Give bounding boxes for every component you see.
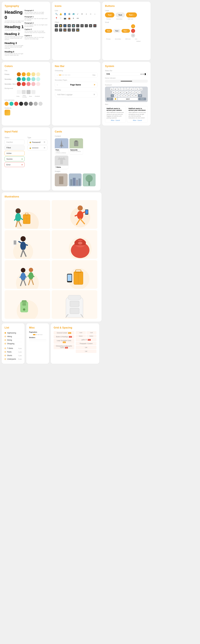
key-h[interactable]: h (129, 91, 132, 94)
dividers-label: Dividers (29, 337, 46, 338)
key-n[interactable]: n (131, 94, 134, 97)
alert-mic-body: Allow HabPack to access your microphone … (129, 112, 146, 119)
pants-label: Pants (7, 351, 11, 353)
key-space[interactable]: space (118, 98, 138, 100)
key-l[interactable]: l (138, 91, 141, 94)
send-icon[interactable]: ➤ (94, 83, 95, 86)
key-z[interactable]: z (114, 94, 117, 97)
key-j[interactable]: j (132, 91, 134, 94)
key-i[interactable]: i (133, 88, 136, 90)
key-u[interactable]: u (130, 88, 133, 90)
key-r[interactable]: r (121, 88, 123, 90)
icon-btn-red[interactable]: ○ (131, 29, 135, 33)
svg-rect-15 (76, 180, 78, 186)
key-p[interactable]: p (140, 88, 143, 90)
page-dot-3[interactable] (38, 334, 39, 335)
large-secondary-btn[interactable]: Text (116, 12, 125, 18)
paris-date: 07/06/24-10/06/24 (56, 152, 67, 154)
key-emoji[interactable]: 😊 (114, 98, 117, 100)
eye-slash-icon[interactable]: 👁 (43, 147, 45, 149)
key-123[interactable]: 123 (107, 98, 113, 100)
key-return[interactable]: return (138, 98, 146, 100)
city-svg (69, 174, 82, 186)
filled-user-icon: 👤 (63, 24, 66, 27)
large-icon-btn[interactable]: Text › (126, 12, 137, 18)
small-secondary-btn[interactable]: Text (113, 29, 120, 33)
small-icon-label: Icon (135, 38, 137, 40)
camera-icon: 📷 (63, 17, 66, 20)
filled-bell-icon: 🔔 (59, 24, 62, 27)
alert-camera-allow[interactable]: Allow (111, 120, 114, 121)
key-y[interactable]: y (127, 88, 129, 90)
system-title: System (105, 65, 148, 68)
samsonite-title: Samsonite (70, 149, 82, 151)
illus-6 (52, 260, 97, 289)
icon-btn-orange[interactable]: ○ (131, 24, 135, 28)
icon-btn-gray[interactable]: ○ (131, 34, 135, 38)
password-hidden-input[interactable]: 🔒 •••••••••• 👁 (27, 146, 47, 150)
large-primary-btn[interactable]: Text (105, 12, 114, 18)
list-item-dining: Dining (4, 338, 22, 342)
list-shorts: Shorts 1 pcs (4, 354, 22, 357)
secondary-back-icon[interactable]: ‹ (57, 84, 58, 86)
key-w[interactable]: w (114, 88, 117, 90)
password-visible-input[interactable]: 🔒 Password! 👁 (27, 140, 47, 144)
overlay-close-icon[interactable]: ✕ (93, 93, 95, 96)
inactive-input[interactable]: Inactive (4, 140, 24, 144)
grid-center-badge: 8px (88, 339, 91, 341)
key-k[interactable]: k (135, 91, 138, 94)
skip-text[interactable]: Skip (92, 74, 95, 76)
key-v[interactable]: v (124, 94, 127, 97)
page-dot-4[interactable] (39, 334, 41, 335)
list-item-sightseeing: Sightseeing (4, 331, 22, 335)
key-shift[interactable]: ⇧ (111, 94, 114, 97)
key-s[interactable]: s (116, 91, 118, 94)
key-m[interactable]: m (134, 94, 137, 97)
key-c[interactable]: c (121, 94, 124, 97)
heading3: Heading 3 (4, 42, 24, 45)
back-icon[interactable]: ‹ (57, 74, 58, 76)
page-dot-1[interactable] (33, 334, 35, 335)
key-e[interactable]: e (117, 88, 120, 90)
eye-icon[interactable]: 👁 (43, 141, 45, 143)
page-dot-2[interactable] (36, 334, 37, 335)
status-icons-group: ▪▪▪ ⊛ ▐▌ (140, 73, 146, 75)
icons-line-label: Line (55, 10, 98, 12)
error-lightest-swatch (36, 82, 40, 86)
alert-mic-cancel[interactable]: Cancel (137, 120, 142, 121)
page-dot-5[interactable] (41, 334, 42, 335)
dots-icon: ••• (76, 17, 79, 20)
key-f[interactable]: f (122, 91, 125, 94)
key-a[interactable]: a (112, 91, 115, 94)
illustrations-grid (4, 200, 99, 319)
small-icon-btn[interactable]: Text › (122, 29, 130, 33)
list-item-shopping: Shopping (4, 342, 22, 346)
svg-point-60 (78, 242, 82, 244)
key-o[interactable]: o (136, 88, 139, 90)
city-img-card (69, 174, 82, 186)
key-d[interactable]: d (119, 91, 122, 94)
home-indicator-demo (105, 80, 148, 82)
svg-rect-19 (88, 181, 90, 186)
divider-1 (29, 340, 46, 340)
active-input[interactable]: Active (4, 151, 24, 156)
heading2-meta: Jost Semibold 20pt 28 Line hight Used fo… (4, 36, 24, 40)
key-x[interactable]: x (118, 94, 120, 97)
page-name: Page Name (70, 84, 81, 86)
key-t[interactable]: t (124, 88, 126, 90)
key-delete[interactable]: ⌫ (138, 94, 142, 97)
key-q[interactable]: q (110, 88, 113, 90)
keyboard-label: Keyboard (105, 84, 148, 86)
btn-col-1: Button (76, 335, 86, 338)
error-main-swatch (22, 82, 26, 86)
lock2-icon: 🔒 (29, 147, 31, 149)
secondary-nav-inner: ‹ Page Name ➤ (57, 83, 95, 86)
key-b[interactable]: b (128, 94, 130, 97)
small-secondary-label: Secondary (115, 38, 121, 40)
shorts-label: Shorts (7, 354, 12, 356)
small-primary-btn[interactable]: Text (105, 29, 112, 33)
alert-camera-cancel[interactable]: Cancel (115, 120, 120, 121)
filled-input[interactable]: Filled (4, 145, 24, 150)
alert-mic-allow[interactable]: Allow (133, 120, 136, 121)
key-g[interactable]: g (125, 91, 128, 94)
